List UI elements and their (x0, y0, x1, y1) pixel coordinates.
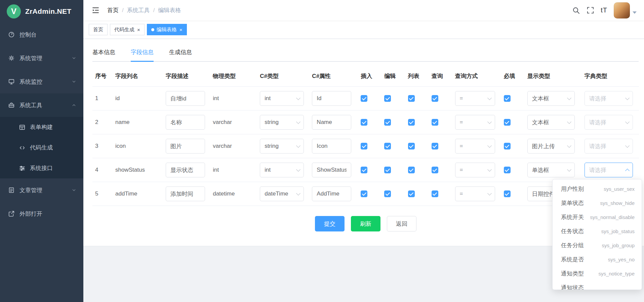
dict-option-label: 系统是否 (561, 256, 584, 263)
sidebar-item-dashboard[interactable]: 控制台 (0, 23, 83, 46)
form-build-icon (19, 124, 26, 131)
dict-type-select[interactable]: 请选择 (585, 115, 633, 130)
sidebar-item-system-tools[interactable]: 系统工具 (0, 93, 83, 117)
csharp-type-select[interactable]: string (260, 115, 304, 130)
column-name-cell: showStatus (113, 158, 163, 182)
csharp-property-input[interactable] (312, 163, 351, 177)
query-mode-select[interactable]: = (455, 186, 495, 201)
user-menu[interactable] (614, 2, 637, 18)
dict-option[interactable]: 任务分组 sys_job_group (553, 238, 642, 252)
dict-option[interactable]: 通知类型 sys_notice_type (553, 266, 642, 281)
col-header: 字典类型 (582, 66, 639, 87)
tab-field-info[interactable]: 字段信息 (131, 45, 154, 61)
query-checkbox[interactable] (432, 167, 438, 173)
list-checkbox[interactable] (408, 119, 415, 126)
required-checkbox[interactable] (504, 167, 511, 173)
description-input[interactable] (166, 163, 205, 177)
display-type-select[interactable]: 文本框 (527, 115, 575, 130)
sidebar-item-article-manage[interactable]: 文章管理 (0, 178, 83, 202)
tag-code-gen[interactable]: 代码生成 × (110, 24, 145, 35)
query-mode-select[interactable]: = (455, 115, 495, 130)
sidebar-item-code-gen[interactable]: 代码生成 (0, 137, 83, 158)
display-type-select[interactable]: 单选框 (527, 163, 575, 177)
breadcrumb-home[interactable]: 首页 (107, 6, 119, 14)
insert-checkbox[interactable] (361, 95, 367, 102)
csharp-type-select[interactable]: int (260, 163, 304, 177)
submit-button[interactable]: 提交 (315, 216, 345, 231)
csharp-property-input[interactable] (312, 91, 351, 106)
close-icon[interactable]: × (137, 27, 140, 32)
sidebar-fold-icon[interactable] (91, 6, 100, 14)
required-checkbox[interactable] (504, 190, 511, 197)
dict-option[interactable]: 任务状态 sys_job_status (553, 224, 642, 238)
select-value: 单选框 (532, 166, 549, 174)
insert-checkbox[interactable] (361, 167, 367, 173)
font-size-icon[interactable]: tT (601, 6, 607, 14)
fullscreen-icon[interactable] (587, 6, 594, 14)
dict-option[interactable]: 系统开关 sys_normal_disable (553, 210, 642, 224)
list-checkbox[interactable] (408, 190, 415, 197)
chevron-down-icon (296, 191, 300, 196)
search-icon[interactable] (572, 6, 580, 14)
query-checkbox[interactable] (432, 143, 438, 149)
display-type-select[interactable]: 文本框 (527, 91, 575, 106)
query-mode-select[interactable]: = (455, 139, 495, 154)
description-input[interactable] (166, 115, 205, 130)
query-mode-select[interactable]: = (455, 163, 495, 177)
description-input[interactable] (166, 91, 205, 106)
query-checkbox[interactable] (432, 190, 438, 197)
sidebar-item-system-api[interactable]: 系统接口 (0, 158, 83, 178)
required-checkbox[interactable] (504, 95, 511, 102)
query-checkbox[interactable] (432, 119, 438, 126)
insert-checkbox[interactable] (361, 143, 367, 149)
row-index: 3 (92, 134, 113, 158)
dict-option[interactable]: 系统是否 sys_yes_no (553, 252, 642, 266)
dict-option[interactable]: 用户性别 sys_user_sex (553, 182, 642, 196)
tag-edit-table[interactable]: 编辑表格 × (147, 24, 187, 35)
list-checkbox[interactable] (408, 95, 415, 102)
dict-option-value: sys_notice_type (598, 271, 635, 276)
edit-checkbox[interactable] (384, 119, 391, 126)
insert-checkbox[interactable] (361, 119, 367, 126)
tab-basic-info[interactable]: 基本信息 (92, 45, 115, 61)
dict-option[interactable]: 通知状态 (553, 281, 642, 290)
csharp-property-input[interactable] (312, 186, 351, 201)
select-value: int (265, 95, 271, 102)
edit-checkbox[interactable] (384, 190, 391, 197)
refresh-button[interactable]: 刷新 (351, 216, 380, 231)
insert-checkbox[interactable] (361, 190, 367, 197)
required-checkbox[interactable] (504, 119, 511, 126)
csharp-type-select[interactable]: string (260, 139, 304, 154)
description-input[interactable] (166, 186, 205, 201)
tag-label: 代码生成 (114, 27, 134, 33)
query-mode-select[interactable]: = (455, 91, 495, 106)
sidebar-item-external-open[interactable]: 外部打开 (0, 202, 83, 225)
query-checkbox[interactable] (432, 95, 438, 102)
csharp-property-input[interactable] (312, 139, 351, 154)
tag-home[interactable]: 首页 (89, 24, 108, 35)
csharp-property-input[interactable] (312, 115, 351, 130)
csharp-type-select[interactable]: dateTime (260, 186, 304, 201)
list-checkbox[interactable] (408, 167, 415, 173)
close-icon[interactable]: × (179, 27, 183, 32)
edit-checkbox[interactable] (384, 143, 391, 149)
back-button[interactable]: 返回 (387, 216, 416, 231)
edit-checkbox[interactable] (384, 167, 391, 173)
required-checkbox[interactable] (504, 143, 511, 149)
display-type-select[interactable]: 图片上传 (527, 139, 575, 154)
dict-type-select[interactable]: 请选择 (585, 139, 633, 154)
sidebar-item-system-monitor[interactable]: 系统监控 (0, 70, 83, 93)
tab-gen-info[interactable]: 生成信息 (169, 45, 192, 61)
description-input[interactable] (166, 139, 205, 154)
chevron-down-icon (71, 79, 77, 84)
list-checkbox[interactable] (408, 143, 415, 149)
dict-option[interactable]: 菜单状态 sys_show_hide (553, 196, 642, 210)
dict-type-select[interactable]: 请选择 (585, 91, 633, 106)
edit-checkbox[interactable] (384, 95, 391, 102)
avatar[interactable] (614, 2, 630, 18)
sidebar-item-form-build[interactable]: 表单构建 (0, 117, 83, 137)
csharp-type-select[interactable]: int (260, 91, 304, 106)
dict-type-select[interactable]: 请选择 (585, 163, 633, 177)
sidebar-item-system-manage[interactable]: 系统管理 (0, 46, 83, 70)
select-placeholder: 请选择 (589, 142, 606, 150)
